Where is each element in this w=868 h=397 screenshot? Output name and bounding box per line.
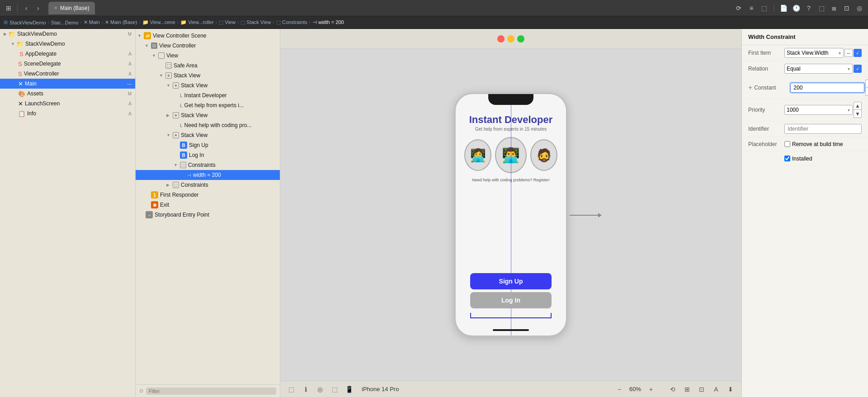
arrow-icon: ▶ (4, 32, 7, 36)
tree-stack-view-1[interactable]: ▼ ≡ Stack View (136, 71, 280, 80)
tab-close-icon[interactable]: ✕ (54, 5, 57, 10)
priority-up[interactable]: ▲ (854, 102, 862, 110)
file-nav-launchscreen[interactable]: ✕ LaunchScreen A (0, 99, 135, 109)
constraint-bracket (470, 313, 552, 318)
file-nav-assets[interactable]: 🎨 Assets M (0, 89, 135, 99)
relation-select[interactable]: Equal Less Than or Equal Greater Than or… (784, 64, 853, 74)
back-icon[interactable]: ‹ (21, 3, 31, 13)
tree-view[interactable]: ▼ View (136, 51, 280, 61)
device-icon[interactable]: 📱 (344, 384, 354, 395)
iphone-login-button[interactable]: Log In (470, 292, 552, 308)
add-icon[interactable]: ⬚ (329, 384, 340, 395)
constant-down[interactable]: ▼ (865, 88, 868, 96)
first-item-select[interactable]: Stack View.Width (784, 48, 844, 58)
tree-storyboard-entry[interactable]: → Storyboard Entry Point (136, 210, 280, 220)
folder-icon: 📁 (16, 41, 24, 47)
close-button[interactable] (497, 35, 505, 43)
clock-icon[interactable]: 🕐 (791, 3, 801, 13)
tree-get-help[interactable]: L Get help from experts i... (136, 100, 280, 110)
priority-down[interactable]: ▼ (854, 110, 862, 118)
constant-plus[interactable]: + (748, 83, 752, 92)
tree-item-label: width = 200 (193, 172, 221, 178)
tree-log-in[interactable]: B Log In (136, 150, 280, 160)
split-icon[interactable]: ⬚ (816, 3, 826, 13)
file-nav-viewcontroller[interactable]: S ViewController A (0, 69, 135, 79)
grid-icon[interactable]: ⊞ (4, 3, 14, 13)
inspect-icon[interactable]: ≣ (829, 3, 839, 13)
circle-icon[interactable]: ◎ (315, 384, 326, 395)
tree-stack-view-2[interactable]: ▼ ≡ Stack View (136, 80, 280, 90)
tree-view-controller[interactable]: ▼ ⊡ View Controller (136, 41, 280, 51)
constant-up[interactable]: ▲ (865, 80, 868, 88)
breadcrumb-main[interactable]: ✕ Main (84, 19, 100, 25)
file-nav-main[interactable]: ✕ Main — (0, 79, 135, 89)
tree-constraints-2[interactable]: ▶ ⬚ Constraints (136, 180, 280, 190)
relation-check[interactable]: ✓ (854, 65, 862, 73)
tree-item-label: View Controller (159, 43, 196, 49)
zoom-out-icon[interactable]: − (614, 384, 625, 395)
field-constant: + Constant ▲ ▼ (742, 77, 868, 99)
minimize-button[interactable] (507, 35, 514, 43)
tree-stack-view-4[interactable]: ▼ ≡ Stack View (136, 130, 280, 140)
folder-icon: 📁 (8, 31, 15, 38)
help-icon[interactable]: ? (804, 3, 814, 13)
tree-item-label: Constraints (188, 162, 216, 168)
run-icon[interactable]: ◎ (854, 3, 864, 13)
installed-checkbox[interactable] (784, 156, 790, 161)
filter-input[interactable] (146, 388, 276, 395)
breadcrumb-stackview[interactable]: ⬚ Stack View (241, 19, 271, 25)
file-nav-stackviewdemo-group[interactable]: ▼ 📁 StackViewDemo (0, 39, 135, 49)
file-nav-info[interactable]: 📋 Info A (0, 109, 135, 118)
first-item-toggle[interactable]: ↔ (844, 49, 853, 57)
new-file-icon[interactable]: 📄 (778, 3, 788, 13)
breadcrumb-view[interactable]: ⬚ View (219, 19, 236, 25)
debug-icon[interactable]: ⊡ (842, 3, 852, 13)
placeholder-checkbox[interactable] (784, 141, 790, 147)
tree-stack-view-3[interactable]: ▶ ≡ Stack View (136, 110, 280, 120)
breadcrumb-stacdemo[interactable]: Stac...Demo (51, 20, 79, 25)
main-tab[interactable]: ✕ Main (Base) (48, 2, 95, 14)
tree-first-responder[interactable]: 1 First Responder (136, 190, 280, 200)
maximize-button[interactable] (517, 35, 524, 43)
file-nav-appdelegate[interactable]: S AppDelegate A (0, 49, 135, 59)
breadcrumb-width[interactable]: ⊣ width = 200 (312, 19, 344, 25)
tree-instant-developer[interactable]: L Instant Developer (136, 90, 280, 100)
breadcrumb-viewscene[interactable]: 📁 View...cene (142, 19, 175, 25)
tool-5[interactable]: ⬇ (725, 384, 736, 395)
tool-4[interactable]: A (711, 384, 722, 395)
breadcrumb-constraints[interactable]: ⬚ Constraints (276, 19, 307, 25)
iphone-app-title: Instant Developer (469, 114, 553, 126)
constant-input[interactable] (790, 83, 864, 93)
breadcrumb-mainbase[interactable]: ✕ Main (Base) (105, 19, 137, 25)
identifier-input[interactable] (784, 124, 862, 134)
breadcrumb-sep4: › (139, 20, 140, 25)
file-nav-stackviewdemo-root[interactable]: ▶ 📁 StackViewDemo M (0, 29, 135, 39)
list-icon[interactable]: ≡ (746, 3, 756, 13)
file-nav-scenedelegate[interactable]: S SceneDelegate A (0, 59, 135, 69)
tree-item-label: View Controller Scene (153, 33, 207, 39)
iphone-signup-button[interactable]: Sign Up (470, 273, 552, 289)
tree-sign-up[interactable]: B Sign Up (136, 140, 280, 150)
breadcrumb-stackviewdemo[interactable]: ⊞ StackViewDemo (4, 19, 46, 25)
tree-constraints[interactable]: ▼ ⬚ Constraints (136, 160, 280, 170)
priority-select[interactable]: 1000 750 250 (784, 105, 853, 115)
refresh-icon[interactable]: ⟳ (734, 3, 744, 13)
tree-safe-area[interactable]: ⬚ Safe Area (136, 61, 280, 71)
tree-view-controller-scene[interactable]: ▼ 📁 View Controller Scene (136, 31, 280, 41)
fit-icon[interactable]: ⬚ (286, 384, 297, 395)
scene-tree: ▼ 📁 View Controller Scene ▼ ⊡ View Contr… (136, 29, 280, 397)
info-icon[interactable]: ℹ (300, 384, 311, 395)
tool-3[interactable]: ⊡ (696, 384, 707, 395)
avatar-3: 🧔 (530, 139, 557, 171)
tool-2[interactable]: ⊞ (682, 384, 693, 395)
tree-width-constraint[interactable]: ⊣ width = 200 (136, 170, 280, 180)
tool-1[interactable]: ⟲ (667, 384, 678, 395)
forward-icon[interactable]: › (33, 3, 43, 13)
panel-icon[interactable]: ⬚ (759, 3, 769, 13)
tree-need-help[interactable]: L Need help with coding pro... (136, 120, 280, 130)
zoom-in-icon[interactable]: + (646, 384, 656, 395)
breadcrumb-sep6: › (216, 20, 217, 25)
tree-exit[interactable]: ⊗ Exit (136, 200, 280, 210)
first-item-check[interactable]: ✓ (854, 49, 862, 57)
breadcrumb-viewroller[interactable]: 📁 View...roller (180, 19, 214, 25)
